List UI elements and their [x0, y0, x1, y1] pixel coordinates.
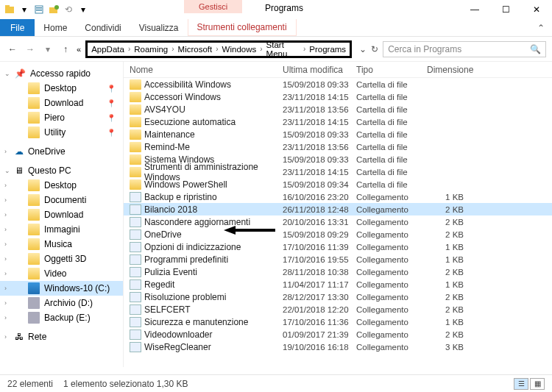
this-pc-item[interactable]: ›Immagini — [0, 222, 123, 237]
file-row[interactable]: Regedit11/04/2017 11:17Collegamento1 KB — [124, 278, 552, 291]
file-row[interactable]: Nascondere aggiornamenti20/10/2016 13:31… — [124, 215, 552, 228]
quick-access-item[interactable]: Piero📍 — [0, 110, 123, 125]
this-pc-item[interactable]: ›Desktop — [0, 178, 123, 193]
quick-access[interactable]: ⌄📌 Accesso rapido — [0, 66, 123, 81]
breadcrumb-bar[interactable]: AppData› Roaming› Microsoft› Windows› St… — [85, 40, 352, 58]
this-pc-item[interactable]: ›Video — [0, 266, 123, 281]
quick-access-item[interactable]: Desktop📍 — [0, 81, 123, 96]
svg-rect-0 — [5, 7, 14, 13]
shortcut-icon — [130, 329, 141, 340]
search-icon[interactable]: 🔍 — [530, 44, 541, 54]
folder-icon — [130, 79, 141, 90]
folder-icon — [28, 224, 40, 235]
shortcut-icon — [130, 342, 141, 352]
undo-icon[interactable]: ⟲ — [62, 3, 75, 16]
folder-icon — [28, 97, 40, 109]
file-row[interactable]: WiseRegCleaner19/10/2016 16:18Collegamen… — [124, 341, 552, 353]
quick-access-item[interactable]: Download📍 — [0, 96, 123, 110]
qat-dropdown-icon[interactable]: ▾ — [77, 3, 90, 16]
folder-icon — [130, 129, 141, 140]
file-row[interactable]: Esecuzione automatica23/11/2018 14:15Car… — [124, 115, 552, 128]
folder-icon — [28, 82, 40, 94]
manage-contextual-tab[interactable]: Gestisci — [184, 0, 242, 19]
close-button[interactable]: ✕ — [521, 0, 552, 19]
file-row[interactable]: Backup e ripristino16/10/2016 23:20Colle… — [124, 190, 552, 203]
refresh-icon[interactable]: ↻ — [371, 44, 378, 54]
file-row[interactable]: Opzioni di indicizzazione17/10/2016 11:3… — [124, 240, 552, 253]
file-row[interactable]: Accessibilità Windows15/09/2018 09:33Car… — [124, 78, 552, 90]
this-pc-item[interactable]: ›Documenti — [0, 193, 123, 207]
file-row[interactable]: Windows PowerShell15/09/2018 09:34Cartel… — [124, 178, 552, 190]
folder-icon — [3, 3, 16, 16]
file-row[interactable]: Videodownloader01/09/2017 21:39Collegame… — [124, 328, 552, 341]
minimize-button[interactable]: — — [459, 0, 490, 19]
folder-icon — [130, 142, 141, 152]
shortcut-icon — [130, 304, 141, 315]
file-row[interactable]: Bilancio 201826/11/2018 12:48Collegament… — [124, 203, 552, 215]
maximize-button[interactable]: ☐ — [490, 0, 521, 19]
address-dropdown-icon[interactable]: ⌄ — [359, 44, 367, 54]
details-view-button[interactable]: ☰ — [514, 378, 528, 390]
search-input[interactable]: Cerca in Programs 🔍 — [383, 41, 546, 57]
column-headers[interactable]: Nome Ultima modifica Tipo Dimensione — [124, 62, 552, 78]
shortcut-icon — [130, 217, 141, 227]
qat-down-icon[interactable]: ▾ — [18, 3, 31, 16]
file-row[interactable]: Programmi predefiniti17/10/2016 19:55Col… — [124, 253, 552, 266]
this-pc-item[interactable]: ›Windows-10 (C:) — [0, 281, 123, 296]
file-row[interactable]: Strumenti di amministrazione Windows23/1… — [124, 165, 552, 178]
link-tools-tab[interactable]: Strumenti collegamenti — [188, 19, 297, 36]
folder-icon — [28, 268, 40, 279]
share-tab[interactable]: Condividi — [76, 19, 130, 36]
properties-icon[interactable] — [32, 3, 46, 16]
this-pc-item[interactable]: ›Oggetti 3D — [0, 252, 123, 266]
up-button[interactable]: ↑ — [59, 43, 72, 56]
quick-access-toolbar: ▾ ⟲ ▾ — [3, 3, 90, 16]
folder-icon — [28, 253, 40, 265]
shortcut-icon — [130, 192, 141, 202]
folder-icon — [28, 209, 40, 221]
file-row[interactable]: Pulizia Eventi28/11/2018 10:38Collegamen… — [124, 266, 552, 278]
file-tab[interactable]: File — [0, 19, 35, 36]
large-icons-view-button[interactable]: ▦ — [530, 378, 545, 390]
this-pc-item[interactable]: ›Backup (E:) — [0, 310, 123, 325]
pin-icon: 📍 — [107, 114, 116, 122]
folder-icon — [130, 92, 141, 102]
view-tab[interactable]: Visualizza — [130, 19, 188, 36]
folder-icon — [130, 104, 141, 115]
file-row[interactable]: OneDrive15/09/2018 09:29Collegamento2 KB — [124, 228, 552, 240]
pin-icon: 📍 — [107, 129, 116, 137]
this-pc-item[interactable]: ›Archivio (D:) — [0, 296, 123, 310]
folder-icon — [28, 179, 40, 191]
file-row[interactable]: SELFCERT22/01/2018 12:20Collegamento2 KB — [124, 303, 552, 316]
file-row[interactable]: Remind-Me23/11/2018 13:56Cartella di fil… — [124, 140, 552, 153]
file-row[interactable]: AVS4YOU23/11/2018 13:56Cartella di file — [124, 103, 552, 115]
this-pc-item[interactable]: ›Musica — [0, 237, 123, 252]
svg-rect-3 — [36, 7, 42, 9]
this-pc-item[interactable]: ›Download — [0, 207, 123, 222]
svg-rect-1 — [5, 5, 10, 7]
quick-access-item[interactable]: Utility📍 — [0, 125, 123, 140]
breadcrumb-ellipsis[interactable]: « — [77, 45, 81, 54]
new-folder-icon[interactable] — [47, 3, 60, 16]
recent-dropdown[interactable]: ▾ — [41, 43, 54, 56]
home-tab[interactable]: Home — [35, 19, 76, 36]
folder-icon — [28, 194, 40, 206]
shortcut-icon — [130, 254, 141, 265]
pin-icon: 📍 — [107, 99, 116, 107]
ribbon-collapse-icon[interactable]: ⌃ — [537, 23, 552, 33]
forward-button[interactable]: → — [24, 43, 37, 56]
network[interactable]: ›🖧 Rete — [0, 329, 123, 344]
this-pc[interactable]: ⌄🖥 Questo PC — [0, 163, 123, 178]
ribbon-tabs: File Home Condividi Visualizza Strumenti… — [0, 19, 552, 37]
pin-icon: 📍 — [107, 85, 116, 93]
drive-icon — [28, 312, 40, 324]
file-row[interactable]: Sicurezza e manutenzione17/10/2016 11:36… — [124, 316, 552, 328]
shortcut-icon — [130, 317, 141, 327]
back-button[interactable]: ← — [6, 43, 19, 56]
folder-icon — [130, 154, 141, 165]
onedrive[interactable]: ›☁ OneDrive — [0, 144, 123, 159]
shortcut-icon — [130, 204, 141, 215]
file-row[interactable]: Maintenance15/09/2018 09:33Cartella di f… — [124, 128, 552, 140]
file-row[interactable]: Accessori Windows23/11/2018 14:15Cartell… — [124, 90, 552, 103]
file-row[interactable]: Risoluzione problemi28/12/2017 13:30Coll… — [124, 291, 552, 303]
